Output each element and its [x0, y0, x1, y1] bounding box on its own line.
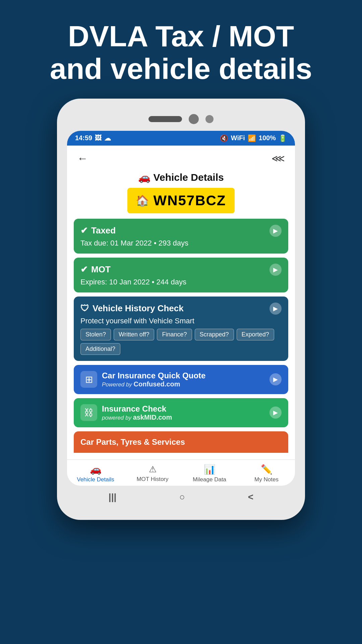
tax-check-icon: ✔	[80, 225, 88, 236]
nav-mot-history[interactable]: ⚠ MOT History	[124, 464, 181, 483]
status-battery: 100%	[259, 134, 276, 142]
badge-stolen[interactable]: Stolen?	[80, 329, 111, 340]
shield-icon: 🛡	[80, 303, 89, 314]
status-battery-icon: 🔋	[279, 134, 287, 142]
status-mute-icon: 🔇	[220, 134, 228, 142]
mot-card-arrow[interactable]: ▶	[269, 264, 282, 276]
mot-card-title: ✔ MOT	[80, 264, 111, 275]
back-button[interactable]: ←	[77, 152, 88, 165]
history-card-subtitle: Protect yourself with Vehicle Smart	[80, 317, 282, 325]
status-time: 14:59	[75, 134, 92, 142]
nav-mot-icon: ⚠	[149, 464, 157, 475]
nav-mileage-label: Mileage Data	[193, 476, 226, 483]
camera-1	[189, 114, 199, 124]
insurance-check-card[interactable]: ⛓ Insurance Check powered by askMID.com …	[74, 398, 288, 427]
speaker	[148, 116, 182, 122]
nav-mileage[interactable]: 📊 Mileage Data	[181, 464, 238, 483]
status-right: 🔇 WiFi 📶 100% 🔋	[220, 134, 287, 142]
status-image-icon: 🖼	[95, 134, 102, 142]
gesture-back: |||	[109, 492, 117, 502]
badge-written-off[interactable]: Written off?	[114, 329, 154, 340]
phone-frame: 14:59 🖼 ☁ 🔇 WiFi 📶 100% 🔋 ← ⋘	[57, 99, 305, 520]
insurance-check-title: Insurance Check	[102, 404, 172, 414]
camera-2	[205, 115, 214, 123]
insurance-check-text: Insurance Check powered by askMID.com	[102, 404, 172, 421]
insurance-quote-title: Car Insurance Quick Quote	[102, 371, 205, 380]
phone-top	[67, 109, 295, 131]
badge-scrapped[interactable]: Scrapped?	[195, 329, 234, 340]
status-signal-icon: 📶	[248, 134, 256, 142]
history-card-title: 🛡 Vehicle History Check	[80, 303, 184, 314]
insurance-check-powered: powered by askMID.com	[102, 414, 172, 421]
insurance-quote-inner: ⊞ Car Insurance Quick Quote Powered by C…	[80, 371, 269, 388]
status-wifi-icon: WiFi	[231, 134, 245, 142]
nav-mot-label: MOT History	[136, 476, 168, 483]
app-content: 🚗 Vehicle Details 🏠 WN57BCZ ✔ Taxed ▶	[67, 171, 295, 460]
insurance-quote-card[interactable]: ⊞ Car Insurance Quick Quote Powered by C…	[74, 365, 288, 394]
nav-vehicle-label: Vehicle Details	[77, 476, 114, 483]
history-card[interactable]: 🛡 Vehicle History Check ▶ Protect yourse…	[74, 297, 288, 361]
page-header: DVLA Tax / MOT and vehicle details	[23, 0, 339, 99]
share-button[interactable]: ⋘	[272, 153, 285, 164]
tax-card-title: ✔ Taxed	[80, 225, 116, 236]
tax-card[interactable]: ✔ Taxed ▶ Tax due: 01 Mar 2022 • 293 day…	[74, 219, 288, 254]
gesture-home: ○	[179, 492, 185, 502]
nav-notes-label: My Notes	[254, 476, 279, 483]
mot-card[interactable]: ✔ MOT ▶ Expires: 10 Jan 2022 • 244 days	[74, 258, 288, 292]
status-left: 14:59 🖼 ☁	[75, 134, 111, 142]
app-header: ← ⋘	[67, 146, 295, 171]
header-title: DVLA Tax / MOT and vehicle details	[50, 20, 312, 85]
partial-card-title: Car Parts, Tyres & Services	[80, 437, 185, 446]
partial-card[interactable]: Car Parts, Tyres & Services	[74, 431, 288, 453]
insurance-check-icon: ⛓	[80, 404, 97, 421]
gesture-recent: <	[248, 492, 253, 502]
insurance-quote-powered: Powered by Confused.com	[102, 380, 205, 388]
badge-exported[interactable]: Exported?	[237, 329, 274, 340]
status-cloud-icon: ☁	[104, 134, 111, 142]
number-plate: 🏠 WN57BCZ	[127, 188, 235, 213]
history-card-arrow[interactable]: ▶	[269, 303, 282, 315]
insurance-check-arrow[interactable]: ▶	[269, 407, 282, 419]
badge-additional[interactable]: Additional?	[80, 343, 120, 355]
nav-notes-icon: ✏️	[261, 464, 273, 475]
nav-vehicle-details[interactable]: 🚗 Vehicle Details	[67, 464, 124, 483]
phone-bottom-gestures: ||| ○ <	[67, 486, 295, 510]
mot-check-icon: ✔	[80, 264, 88, 275]
insurance-quote-arrow[interactable]: ▶	[269, 373, 282, 385]
vehicle-title: 🚗 Vehicle Details	[74, 171, 288, 183]
phone-screen: 14:59 🖼 ☁ 🔇 WiFi 📶 100% 🔋 ← ⋘	[67, 131, 295, 486]
tax-card-subtitle: Tax due: 01 Mar 2022 • 293 days	[80, 239, 282, 248]
nav-notes[interactable]: ✏️ My Notes	[238, 464, 295, 483]
bottom-nav: 🚗 Vehicle Details ⚠ MOT History 📊 Mileag…	[67, 460, 295, 486]
status-bar: 14:59 🖼 ☁ 🔇 WiFi 📶 100% 🔋	[67, 131, 295, 146]
insurance-quote-icon: ⊞	[80, 371, 97, 388]
nav-mileage-icon: 📊	[204, 464, 216, 475]
tax-card-arrow[interactable]: ▶	[269, 225, 282, 237]
history-badges: Stolen? Written off? Finance? Scrapped? …	[80, 329, 282, 355]
plate-number: WN57BCZ	[153, 193, 226, 209]
mot-card-subtitle: Expires: 10 Jan 2022 • 244 days	[80, 278, 282, 286]
nav-vehicle-icon: 🚗	[90, 464, 102, 475]
plate-garage-icon: 🏠	[136, 194, 149, 207]
insurance-check-inner: ⛓ Insurance Check powered by askMID.com	[80, 404, 269, 421]
insurance-quote-text: Car Insurance Quick Quote Powered by Con…	[102, 371, 205, 388]
badge-finance[interactable]: Finance?	[157, 329, 192, 340]
